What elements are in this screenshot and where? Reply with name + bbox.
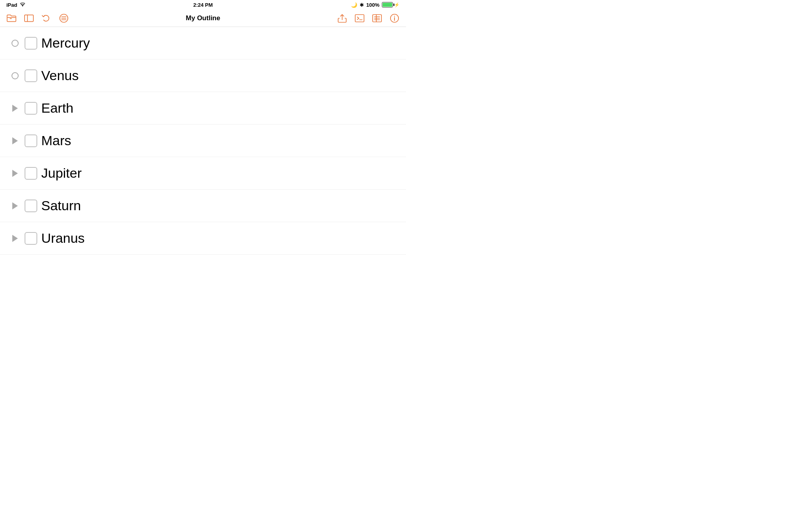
svg-point-16 <box>394 15 395 16</box>
list-item[interactable]: Mars <box>0 125 406 157</box>
toolbar: My Outline <box>0 10 406 27</box>
item-label: Venus <box>41 68 79 83</box>
item-label: Jupiter <box>41 165 82 181</box>
item-label: Uranus <box>41 230 85 246</box>
toolbar-right <box>337 13 400 23</box>
status-bar-time: 2:24 PM <box>193 2 213 8</box>
item-checkbox[interactable] <box>25 134 37 147</box>
svg-point-0 <box>22 6 23 6</box>
device-label: iPad <box>6 2 17 8</box>
terminal-button[interactable] <box>354 13 365 23</box>
share-button[interactable] <box>337 13 347 23</box>
toolbar-title: My Outline <box>186 14 220 22</box>
undo-button[interactable] <box>41 13 52 23</box>
item-label: Saturn <box>41 198 81 213</box>
battery-percent: 100% <box>366 2 379 8</box>
battery-icon: ⚡ <box>382 2 400 8</box>
item-checkbox[interactable] <box>25 232 37 245</box>
list-item[interactable]: Venus <box>0 60 406 92</box>
status-bar-left: iPad <box>6 2 26 8</box>
svg-rect-7 <box>355 14 364 22</box>
svg-rect-1 <box>25 15 33 21</box>
info-button[interactable] <box>389 13 400 23</box>
expand-circle-button[interactable] <box>10 38 21 49</box>
expand-triangle-button[interactable] <box>10 233 21 244</box>
toolbar-left <box>6 13 69 23</box>
expand-triangle-button[interactable] <box>10 168 21 179</box>
list-item[interactable]: Jupiter <box>0 157 406 190</box>
sidebar-button[interactable] <box>24 13 34 23</box>
list-item[interactable]: Uranus <box>0 222 406 255</box>
folder-button[interactable] <box>6 13 17 23</box>
moon-icon: 🌙 <box>351 2 357 8</box>
outline-list: Mercury Venus Earth Mars Jupiter <box>0 27 406 262</box>
expand-triangle-button[interactable] <box>10 200 21 211</box>
item-checkbox[interactable] <box>25 37 37 50</box>
item-label: Mars <box>41 133 71 148</box>
status-bar-right: 🌙 ✱ 100% ⚡ <box>351 2 400 8</box>
item-label: Mercury <box>41 35 90 51</box>
list-item[interactable]: Saturn <box>0 190 406 222</box>
expand-triangle-button[interactable] <box>10 103 21 114</box>
item-label: Earth <box>41 100 73 116</box>
item-checkbox[interactable] <box>25 69 37 82</box>
expand-circle-button[interactable] <box>10 70 21 81</box>
list-item[interactable]: Earth <box>0 92 406 125</box>
status-bar: iPad 2:24 PM 🌙 ✱ 100% ⚡ <box>0 0 406 10</box>
expand-triangle-button[interactable] <box>10 135 21 146</box>
list-button[interactable] <box>372 13 382 23</box>
wifi-icon <box>19 2 26 8</box>
list-item[interactable]: Neptune <box>0 255 406 262</box>
item-checkbox[interactable] <box>25 200 37 212</box>
list-item[interactable]: Mercury <box>0 27 406 60</box>
bluetooth-icon: ✱ <box>360 2 364 8</box>
item-checkbox[interactable] <box>25 102 37 115</box>
item-checkbox[interactable] <box>25 167 37 180</box>
menu-button[interactable] <box>59 13 69 23</box>
